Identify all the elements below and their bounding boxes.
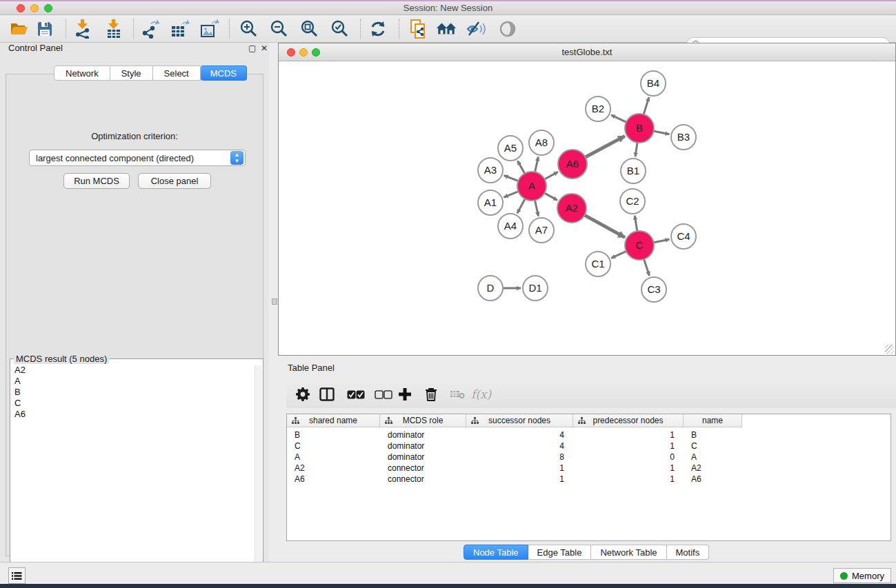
zoom-fit-icon[interactable]: [299, 19, 320, 39]
graph-node-B4[interactable]: B4: [641, 71, 666, 96]
table-cell[interactable]: 8: [466, 452, 573, 463]
table-cell[interactable]: A6: [684, 474, 742, 485]
clone-network-icon[interactable]: [408, 19, 429, 39]
graph-node-C3[interactable]: C3: [641, 277, 666, 302]
refresh-icon[interactable]: [368, 19, 388, 39]
graph-node-B[interactable]: B: [625, 114, 654, 143]
edge-B-B2[interactable]: [611, 115, 627, 123]
table-cell[interactable]: C: [684, 440, 742, 452]
table-cell[interactable]: 1: [466, 474, 573, 485]
tab-edge-table[interactable]: Edge Table: [528, 545, 592, 560]
gear-icon[interactable]: [295, 386, 310, 403]
float-panel-icon[interactable]: ▢: [248, 43, 256, 53]
open-file-icon[interactable]: [9, 19, 30, 39]
tab-motifs[interactable]: Motifs: [667, 545, 710, 560]
table-cell[interactable]: dominator: [380, 452, 466, 463]
zoom-selected-icon[interactable]: [330, 19, 350, 39]
memory-button[interactable]: Memory: [833, 568, 891, 583]
mcds-result-item[interactable]: A6: [11, 409, 255, 420]
graph-node-A2[interactable]: A2: [557, 194, 586, 223]
edge-A-A6[interactable]: [544, 172, 558, 179]
import-network-icon[interactable]: [72, 19, 93, 39]
table-cell[interactable]: A: [287, 452, 380, 463]
table-cell[interactable]: 4: [466, 429, 573, 440]
table-cell[interactable]: A2: [287, 463, 380, 474]
graph-node-A6[interactable]: A6: [558, 150, 587, 179]
tab-node-table[interactable]: Node Table: [464, 545, 528, 560]
function-builder-icon[interactable]: f(x): [471, 386, 491, 403]
table-cell[interactable]: 1: [573, 474, 684, 485]
show-all-icon[interactable]: [497, 19, 518, 39]
edge-B-B4[interactable]: [644, 97, 649, 115]
mcds-result-item[interactable]: A: [11, 376, 255, 387]
table-cell[interactable]: dominator: [380, 440, 466, 452]
tab-network[interactable]: Network: [54, 65, 110, 81]
zoom-in-icon[interactable]: [239, 19, 259, 39]
deselect-all-checkboxes-icon[interactable]: [375, 386, 392, 403]
split-columns-icon[interactable]: [319, 386, 335, 403]
graph-node-A[interactable]: A: [517, 172, 546, 201]
show-panels-list-button[interactable]: [8, 567, 26, 584]
table-cell[interactable]: A: [684, 452, 742, 463]
edge-A-A2[interactable]: [544, 193, 557, 201]
edge-B-B3[interactable]: [653, 131, 670, 134]
home-layout-icon[interactable]: [436, 19, 457, 39]
delete-table-icon[interactable]: [450, 386, 465, 403]
table-cell[interactable]: connector: [380, 474, 466, 485]
zoom-out-icon[interactable]: [269, 19, 290, 39]
graph-node-C4[interactable]: C4: [671, 224, 696, 249]
network-graph[interactable]: AA1A2A3A4A5A6A7A8BB1B2B3B4CC1C2C3C4DD1: [279, 61, 895, 355]
table-row[interactable]: A2connector11A2: [287, 463, 890, 474]
edge-C-C1[interactable]: [611, 251, 627, 258]
edge-A-A5[interactable]: [517, 161, 525, 174]
edge-C-C3[interactable]: [644, 258, 649, 276]
table-cell[interactable]: A6: [287, 474, 380, 485]
edge-C-C2[interactable]: [635, 216, 637, 232]
graph-node-A4[interactable]: A4: [498, 214, 523, 239]
window-resize-grip[interactable]: [885, 345, 894, 354]
splitter-handle[interactable]: [272, 298, 277, 305]
table-row[interactable]: A6connector11A6: [287, 474, 890, 485]
graph-node-C[interactable]: C: [625, 231, 654, 260]
table-row[interactable]: Bdominator41B: [287, 429, 890, 440]
edge-C-C4[interactable]: [653, 239, 670, 243]
result-scrollbar[interactable]: [255, 365, 262, 588]
edge-A-A7[interactable]: [535, 200, 538, 216]
table-cell[interactable]: 1: [573, 463, 684, 474]
edge-A6-B[interactable]: [585, 136, 625, 157]
graph-node-A1[interactable]: A1: [478, 190, 503, 215]
table-cell[interactable]: connector: [380, 463, 466, 474]
table-cell[interactable]: 1: [573, 429, 684, 440]
table-cell[interactable]: 0: [573, 452, 684, 463]
table-cell[interactable]: C: [287, 440, 380, 452]
optimization-criterion-select[interactable]: largest connected component (directed) ▲…: [29, 150, 246, 166]
table-cell[interactable]: 1: [466, 463, 573, 474]
export-network-icon[interactable]: [140, 19, 161, 39]
edge-A-A4[interactable]: [517, 199, 526, 214]
add-column-icon[interactable]: [398, 386, 412, 403]
table-cell[interactable]: A2: [684, 463, 742, 474]
network-canvas[interactable]: AA1A2A3A4A5A6A7A8BB1B2B3B4CC1C2C3C4DD1: [279, 61, 895, 355]
export-image-icon[interactable]: [199, 19, 220, 39]
table-cell[interactable]: dominator: [380, 429, 466, 440]
graph-node-C1[interactable]: C1: [586, 252, 610, 276]
close-panel-icon[interactable]: ✕: [261, 43, 268, 53]
save-session-icon[interactable]: [34, 19, 55, 39]
column-header-predecessor-nodes[interactable]: predecessor nodes: [573, 414, 684, 427]
export-table-icon[interactable]: [170, 19, 190, 39]
graph-node-B3[interactable]: B3: [671, 125, 696, 150]
tab-select[interactable]: Select: [153, 65, 201, 81]
table-cell[interactable]: 1: [573, 440, 684, 452]
column-header-MCDS-role[interactable]: MCDS role: [380, 414, 466, 427]
table-cell[interactable]: B: [684, 429, 742, 440]
edge-B-B1[interactable]: [635, 142, 637, 156]
column-header-successor-nodes[interactable]: successor nodes: [466, 414, 573, 427]
graph-node-D[interactable]: D: [478, 276, 503, 301]
edge-A-A1[interactable]: [504, 191, 519, 197]
graph-node-A8[interactable]: A8: [529, 130, 554, 155]
run-mcds-button[interactable]: Run MCDS: [63, 173, 130, 189]
mcds-result-item[interactable]: C: [11, 398, 255, 409]
table-row[interactable]: Cdominator41C: [287, 440, 890, 452]
tab-mcds[interactable]: MCDS: [201, 65, 247, 81]
import-table-icon[interactable]: [103, 19, 124, 39]
